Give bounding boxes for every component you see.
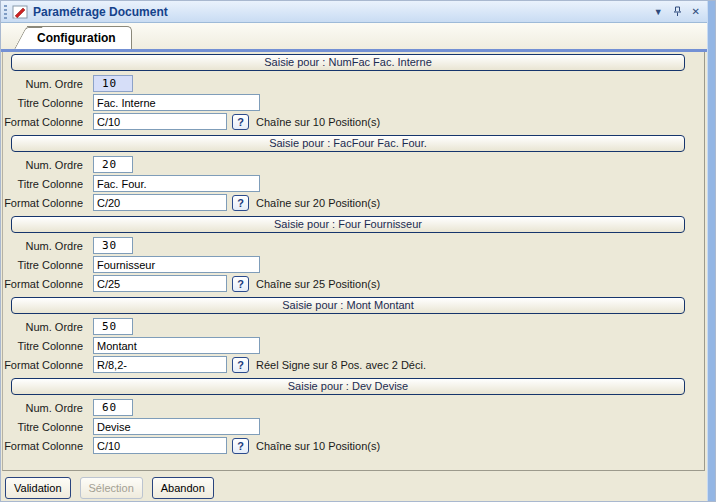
num-ordre-row: Num. Ordre — [3, 155, 704, 174]
section-header-bar: Saisie pour : FacFour Fac. Four. — [11, 135, 685, 152]
format-colonne-input[interactable] — [93, 275, 227, 292]
titre-colonne-input[interactable] — [93, 256, 260, 273]
section-header-bar: Saisie pour : Mont Montant — [11, 297, 685, 314]
format-colonne-row: Format Colonne ? Chaîne sur 25 Position(… — [3, 274, 704, 293]
abandon-button[interactable]: Abandon — [152, 477, 214, 499]
pin-icon[interactable] — [673, 6, 682, 17]
titre-colonne-input[interactable] — [93, 418, 260, 435]
num-ordre-input[interactable] — [93, 399, 133, 416]
num-ordre-row: Num. Ordre — [3, 317, 704, 336]
section-header-bar: Saisie pour : Four Fournisseur — [11, 216, 685, 233]
format-colonne-row: Format Colonne ? Chaîne sur 20 Position(… — [3, 193, 704, 212]
field-group-section: Saisie pour : FacFour Fac. Four. Num. Or… — [3, 135, 704, 212]
format-colonne-label: Format Colonne — [3, 116, 83, 128]
titre-colonne-row: Titre Colonne — [3, 174, 704, 193]
titre-colonne-row: Titre Colonne — [3, 336, 704, 355]
window-title: Paramétrage Document — [33, 5, 654, 19]
format-colonne-label: Format Colonne — [3, 197, 83, 209]
field-group-section: Saisie pour : NumFac Fac. Interne Num. O… — [3, 54, 704, 131]
validation-button[interactable]: Validation — [5, 477, 71, 499]
selection-button[interactable]: Sélection — [80, 477, 143, 499]
titre-colonne-input[interactable] — [93, 337, 260, 354]
field-group-section: Saisie pour : Mont Montant Num. Ordre Ti… — [3, 297, 704, 374]
num-ordre-input[interactable] — [93, 237, 133, 254]
tab-bar: Configuration — [1, 23, 708, 49]
format-help-button[interactable]: ? — [232, 357, 249, 373]
configuration-panel: Saisie pour : NumFac Fac. Interne Num. O… — [2, 52, 705, 471]
format-description: Chaîne sur 20 Position(s) — [256, 197, 380, 209]
section-header-bar: Saisie pour : Dev Devise — [11, 378, 685, 395]
titre-colonne-label: Titre Colonne — [3, 178, 83, 190]
format-help-button[interactable]: ? — [232, 195, 249, 211]
format-colonne-row: Format Colonne ? Chaîne sur 10 Position(… — [3, 436, 704, 455]
titre-colonne-input[interactable] — [93, 94, 260, 111]
num-ordre-row: Num. Ordre — [3, 398, 704, 417]
format-colonne-input[interactable] — [93, 437, 227, 454]
titlebar[interactable]: Paramétrage Document ▼ ✕ — [1, 1, 708, 23]
sections: Saisie pour : NumFac Fac. Interne Num. O… — [3, 54, 704, 455]
titre-colonne-row: Titre Colonne — [3, 255, 704, 274]
titlebar-controls: ▼ ✕ — [654, 6, 700, 17]
num-ordre-label: Num. Ordre — [3, 159, 83, 171]
format-colonne-label: Format Colonne — [3, 359, 83, 371]
format-help-button[interactable]: ? — [232, 438, 249, 454]
footer-button-bar: Validation Sélection Abandon — [1, 471, 708, 502]
format-description: Chaîne sur 25 Position(s) — [256, 278, 380, 290]
titre-colonne-row: Titre Colonne — [3, 93, 704, 112]
num-ordre-row: Num. Ordre — [3, 74, 704, 93]
format-description: Chaîne sur 10 Position(s) — [256, 116, 380, 128]
num-ordre-label: Num. Ordre — [3, 78, 83, 90]
format-colonne-row: Format Colonne ? Chaîne sur 10 Position(… — [3, 112, 704, 131]
format-help-button[interactable]: ? — [232, 276, 249, 292]
num-ordre-row: Num. Ordre — [3, 236, 704, 255]
section-header-bar: Saisie pour : NumFac Fac. Interne — [11, 54, 685, 71]
num-ordre-input[interactable] — [93, 156, 133, 173]
num-ordre-label: Num. Ordre — [3, 240, 83, 252]
titre-colonne-label: Titre Colonne — [3, 421, 83, 433]
format-colonne-input[interactable] — [93, 113, 227, 130]
window-edge-strip — [707, 1, 715, 501]
tab-label: Configuration — [37, 31, 116, 45]
document-edit-icon — [12, 5, 28, 19]
format-colonne-input[interactable] — [93, 194, 227, 211]
num-ordre-input[interactable] — [93, 75, 133, 92]
format-help-button[interactable]: ? — [232, 114, 249, 130]
field-group-section: Saisie pour : Four Fournisseur Num. Ordr… — [3, 216, 704, 293]
main-column: Paramétrage Document ▼ ✕ Configuration S… — [1, 1, 708, 501]
parametrage-document-window: Paramétrage Document ▼ ✕ Configuration S… — [0, 0, 716, 502]
close-icon[interactable]: ✕ — [692, 7, 700, 17]
field-group-section: Saisie pour : Dev Devise Num. Ordre Titr… — [3, 378, 704, 455]
num-ordre-label: Num. Ordre — [3, 402, 83, 414]
chevron-down-icon[interactable]: ▼ — [654, 7, 663, 17]
tab-configuration[interactable]: Configuration — [27, 26, 132, 49]
format-colonne-input[interactable] — [93, 356, 227, 373]
titre-colonne-label: Titre Colonne — [3, 259, 83, 271]
num-ordre-input[interactable] — [93, 318, 133, 335]
titre-colonne-label: Titre Colonne — [3, 340, 83, 352]
num-ordre-label: Num. Ordre — [3, 321, 83, 333]
titre-colonne-row: Titre Colonne — [3, 417, 704, 436]
format-colonne-label: Format Colonne — [3, 278, 83, 290]
format-description: Chaîne sur 10 Position(s) — [256, 440, 380, 452]
titre-colonne-input[interactable] — [93, 175, 260, 192]
drag-grip-icon[interactable] — [4, 5, 7, 19]
format-colonne-label: Format Colonne — [3, 440, 83, 452]
format-description: Réel Signe sur 8 Pos. avec 2 Déci. — [256, 359, 426, 371]
format-colonne-row: Format Colonne ? Réel Signe sur 8 Pos. a… — [3, 355, 704, 374]
titre-colonne-label: Titre Colonne — [3, 97, 83, 109]
